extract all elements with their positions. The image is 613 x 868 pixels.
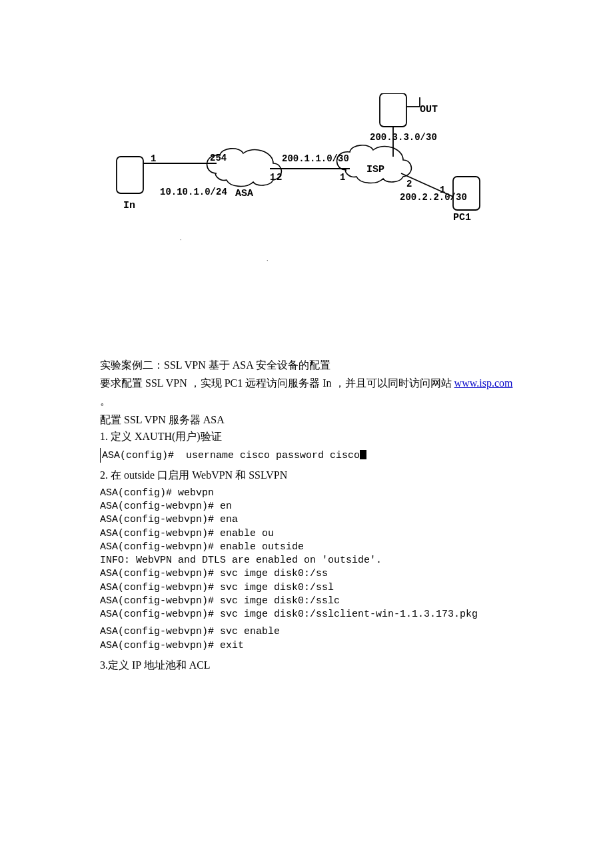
in-port: 1 <box>151 153 156 164</box>
cli2-l1: ASA(config)# webvpn <box>100 487 513 500</box>
period-line: 。 <box>100 393 513 409</box>
in-label: In <box>123 200 135 211</box>
cli2-l8: ASA(config-webvpn)# svc imge disk0:/ssl <box>100 581 513 595</box>
isp-label: ISP <box>366 164 384 175</box>
out-label: OUT <box>420 104 438 115</box>
cli2-l3: ASA(config-webvpn)# ena <box>100 513 513 527</box>
cli2-l11: ASA(config-webvpn)# svc enable <box>100 625 513 639</box>
cli2-l12: ASA(config-webvpn)# exit <box>100 639 513 653</box>
net-mid: 200.1.1.0/30 <box>282 153 349 164</box>
requirement-prefix: 要求配置 SSL VPN ，实现 PC1 远程访问服务器 In ，并且可以同时访… <box>100 377 454 389</box>
cli-block-2: ASA(config)# webvpn ASA(config-webvpn)# … <box>100 487 513 653</box>
net-top: 200.3.3.0/30 <box>370 132 437 143</box>
step-1: 1. 定义 XAUTH(用户)验证 <box>100 430 513 444</box>
step-3: 3.定义 IP 地址池和 ACL <box>100 659 513 673</box>
cli1-l1: ASA(config)# username cisco password cis… <box>102 450 360 461</box>
cli-block-1: ASA(config)# username cisco password cis… <box>100 448 513 463</box>
step-2: 2. 在 outside 口启用 WebVPN 和 SSLVPN <box>100 469 513 483</box>
config-subtitle: 配置 SSL VPN 服务器 ASA <box>100 412 513 428</box>
network-diagram: OUT 200.3.3.0/30 ISP 1 2 200.1.1.0/30 2 … <box>107 93 513 264</box>
asa-254: 254 <box>210 153 227 163</box>
cli2-l7: ASA(config-webvpn)# svc imge disk0:/ss <box>100 567 513 581</box>
isp-link[interactable]: www.isp.com <box>454 377 513 389</box>
asa-label: ASA <box>235 188 253 199</box>
cursor-block-icon <box>360 450 366 459</box>
in-node <box>117 157 143 193</box>
cli2-l2: ASA(config-webvpn)# en <box>100 500 513 513</box>
cli2-l6: INFO: WebVPN and DTLS are enabled on 'ou… <box>100 554 513 567</box>
case-title: 实验案例二：SSL VPN 基于 ASA 安全设备的配置 <box>100 357 513 373</box>
separator-dot-1: · <box>180 236 513 243</box>
cli2-l10: ASA(config-webvpn)# svc imge disk0:/sslc… <box>100 608 513 621</box>
cli2-l5: ASA(config-webvpn)# enable outside <box>100 541 513 554</box>
isp-right-port: 2 <box>406 179 412 189</box>
requirement-line: 要求配置 SSL VPN ，实现 PC1 远程访问服务器 In ，并且可以同时访… <box>100 375 513 391</box>
isp-left-port: 1 <box>340 172 345 183</box>
document-page: OUT 200.3.3.0/30 ISP 1 2 200.1.1.0/30 2 … <box>0 93 613 673</box>
cli2-l9: ASA(config-webvpn)# svc imge disk0:/sslc <box>100 595 513 608</box>
separator-dot-2: · <box>267 257 513 264</box>
net-left: 10.10.1.0/24 <box>160 187 227 197</box>
cli2-l4: ASA(config-webvpn)# enable ou <box>100 527 513 541</box>
diagram-svg: OUT 200.3.3.0/30 ISP 1 2 200.1.1.0/30 2 … <box>107 93 533 233</box>
out-node <box>380 93 406 127</box>
net-right-1: 200.2.2.0/30 <box>400 192 467 203</box>
pc1-label: PC1 <box>453 212 471 223</box>
asa-right-port: 1 <box>270 172 275 183</box>
